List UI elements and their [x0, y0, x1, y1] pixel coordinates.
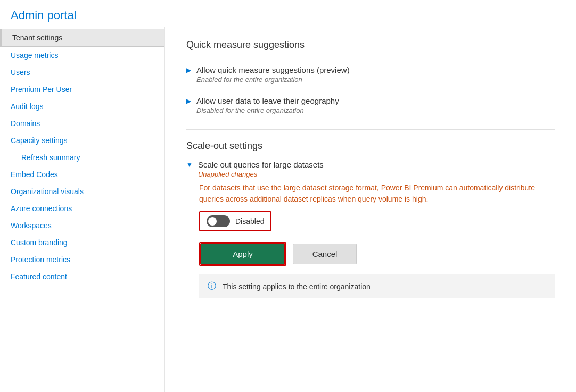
toggle-thumb	[208, 217, 217, 226]
allow-user-data-text: Allow user data to leave their geography…	[196, 96, 339, 114]
scale-out-section: ▼ Scale out queries for large datasets U…	[186, 160, 555, 298]
sidebar-item-workspaces[interactable]: Workspaces	[0, 217, 164, 234]
allow-user-data-sublabel: Disabled for the entire organization	[196, 106, 339, 114]
toggle-wrapper[interactable]: Disabled	[199, 211, 271, 231]
sidebar-item-featured-content[interactable]: Featured content	[0, 268, 164, 285]
main-layout: Tenant settings Usage metrics Users Prem…	[0, 27, 576, 392]
info-banner: ⓘ This setting applies to the entire org…	[199, 274, 555, 298]
button-row: Apply Cancel	[186, 242, 555, 266]
chevron-right-icon-2[interactable]: ▶	[186, 97, 191, 105]
allow-quick-measure-sublabel: Enabled for the entire organization	[196, 76, 350, 84]
info-text: This setting applies to the entire organ…	[223, 282, 371, 291]
cancel-button[interactable]: Cancel	[293, 244, 357, 264]
scale-out-description: For datasets that use the large dataset …	[199, 182, 555, 205]
sidebar-item-custom-branding[interactable]: Custom branding	[0, 234, 164, 251]
apply-button[interactable]: Apply	[200, 243, 285, 265]
allow-quick-measure-label: Allow quick measure suggestions (preview…	[196, 65, 350, 74]
sidebar-item-protection-metrics[interactable]: Protection metrics	[0, 251, 164, 268]
quick-measure-section-title: Quick measure suggestions	[186, 39, 555, 51]
sidebar-item-audit-logs[interactable]: Audit logs	[0, 98, 164, 115]
allow-user-data-setting: ▶ Allow user data to leave their geograp…	[186, 90, 555, 121]
allow-user-data-label: Allow user data to leave their geography	[196, 96, 339, 105]
scale-out-section-title: Scale-out settings	[186, 140, 555, 152]
content-area: Quick measure suggestions ▶ Allow quick …	[165, 27, 576, 392]
sidebar-item-premium-per-user[interactable]: Premium Per User	[0, 81, 164, 98]
section-divider	[186, 129, 555, 130]
info-icon: ⓘ	[208, 281, 217, 292]
chevron-right-icon[interactable]: ▶	[186, 66, 191, 74]
sidebar-item-users[interactable]: Users	[0, 64, 164, 81]
scale-out-text: Scale out queries for large datasets Una…	[198, 160, 324, 178]
sidebar-item-refresh-summary[interactable]: Refresh summary	[0, 149, 164, 166]
scale-out-toggle[interactable]	[207, 215, 230, 227]
toggle-track	[207, 215, 230, 227]
sidebar-item-domains[interactable]: Domains	[0, 115, 164, 132]
chevron-down-icon[interactable]: ▼	[186, 161, 193, 169]
app-header: Admin portal	[0, 0, 576, 27]
app-title: Admin portal	[11, 9, 565, 22]
scale-out-header: ▼ Scale out queries for large datasets U…	[186, 160, 555, 178]
scale-out-label: Scale out queries for large datasets	[198, 160, 324, 169]
sidebar-item-embed-codes[interactable]: Embed Codes	[0, 166, 164, 183]
allow-quick-measure-text: Allow quick measure suggestions (preview…	[196, 65, 350, 84]
sidebar-item-capacity-settings[interactable]: Capacity settings	[0, 132, 164, 149]
sidebar-item-organizational-visuals[interactable]: Organizational visuals	[0, 183, 164, 200]
allow-quick-measure-setting: ▶ Allow quick measure suggestions (previ…	[186, 59, 555, 90]
toggle-label: Disabled	[235, 217, 264, 226]
scale-out-sublabel: Unapplied changes	[198, 170, 324, 178]
sidebar-item-usage-metrics[interactable]: Usage metrics	[0, 47, 164, 64]
sidebar-item-azure-connections[interactable]: Azure connections	[0, 200, 164, 217]
sidebar-item-tenant-settings[interactable]: Tenant settings	[0, 29, 164, 47]
apply-button-wrapper: Apply	[199, 242, 286, 266]
sidebar: Tenant settings Usage metrics Users Prem…	[0, 27, 165, 392]
